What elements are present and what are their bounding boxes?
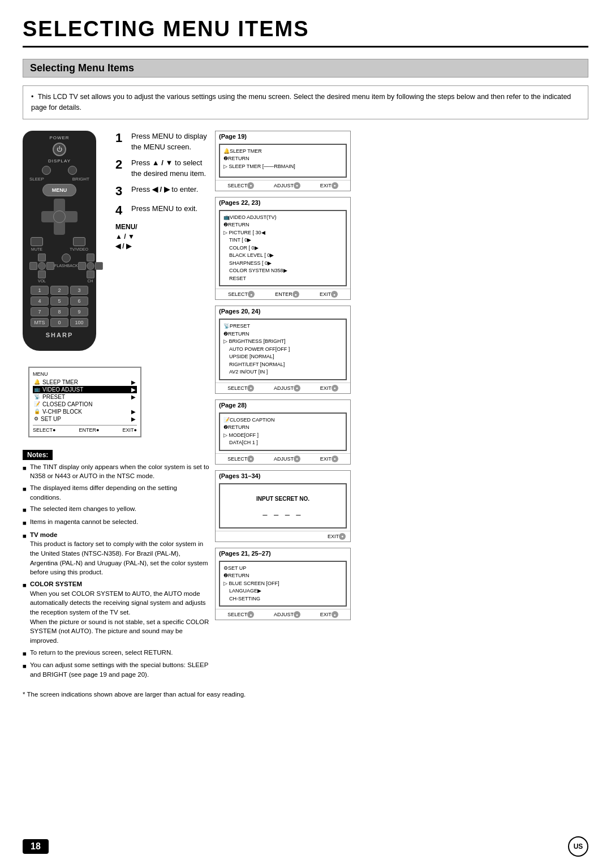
- p3-adjust: ADJUST●: [274, 385, 300, 392]
- p1-select-circle: ●: [247, 182, 254, 189]
- remote-ch-up[interactable]: [87, 253, 94, 261]
- remote-mute-btn[interactable]: [31, 237, 43, 246]
- step-2-text: Press ▲ / ▼ to select the desired menu i…: [131, 157, 209, 179]
- remote-bright-btn[interactable]: [68, 166, 77, 175]
- p3-exit-circle: ●: [332, 385, 338, 392]
- p6-line-4: LANGUAGE▶: [223, 587, 342, 595]
- menu-item-sleep: 🔔 SLEEP TMER ▶: [33, 379, 137, 386]
- note-3: ■ The selected item changes to yellow.: [23, 504, 209, 515]
- panel-2-title: (Pages 22, 23): [216, 197, 350, 208]
- remote-vol-up[interactable]: [38, 253, 46, 261]
- sharp-logo: SHARP: [27, 332, 92, 338]
- panel-5-secret-screen: INPUT SECRET NO. _ _ _ _: [219, 483, 347, 528]
- panel-4-screen: 📝CLOSED CAPTION ❷RETURN ▷ MODE[OFF ] DAT…: [219, 412, 347, 451]
- step-3: 3 Press ◀ / ▶ to enter.: [115, 184, 209, 199]
- note-3-text: The selected item changes to yellow.: [30, 504, 136, 514]
- intro-bullet: •: [31, 92, 33, 102]
- panel-3-title: (Pages 20, 24): [216, 306, 350, 316]
- p4-exit-circle: ●: [332, 456, 338, 462]
- remote-vol-left[interactable]: [29, 262, 37, 270]
- note-7: ■ To return to the previous screen, sele…: [23, 648, 209, 659]
- p2-exit-circle: ●: [331, 291, 338, 298]
- remote-tvvideo-btn[interactable]: [73, 237, 85, 246]
- page-container: SELECTING MENU ITEMS Selecting Menu Item…: [0, 0, 611, 720]
- remote-ch-down[interactable]: [87, 270, 94, 278]
- section-heading: Selecting Menu Items: [23, 59, 588, 78]
- remote-vol-down[interactable]: [38, 270, 46, 278]
- remote-sleep-btn[interactable]: [42, 166, 51, 175]
- us-badge: US: [568, 836, 588, 857]
- remote-menu-btn[interactable]: MENU: [42, 184, 76, 196]
- p1-line-3: ▷ SLEEP TMER [——RBMAIN]: [223, 163, 342, 171]
- step-2-num: 2: [115, 157, 127, 172]
- remote-btn-6[interactable]: 6: [70, 297, 88, 306]
- p2-line-4: TINT [ 0▶: [223, 237, 342, 244]
- remote-btn-3[interactable]: 3: [70, 286, 88, 295]
- p1-adjust-circle: ●: [294, 182, 300, 189]
- panel-6-screen: ⚙SET UP ❷RETURN ▷ BLUE SCREEN [OFF] LANG…: [219, 561, 347, 607]
- middle-section: POWER ⏻ DISPLAY SLEEP BRIGHT: [23, 131, 588, 682]
- panel-1: (Page 19) 🔔SLEEP TMER ❷RETURN ▷ SLEEP TM…: [215, 131, 351, 191]
- bright-label: BRIGHT: [72, 177, 89, 182]
- remote-wrapper: POWER ⏻ DISPLAY SLEEP BRIGHT: [23, 131, 102, 351]
- p6-exit-circle: ●: [332, 611, 338, 618]
- p1-line-2: ❷RETURN: [223, 155, 342, 163]
- secret-dashes: _ _ _ _: [263, 506, 303, 515]
- intro-box: • This LCD TV set allows you to adjust t…: [23, 85, 588, 119]
- remote-btn-2[interactable]: 2: [50, 286, 68, 295]
- remote-cross-center[interactable]: [53, 210, 66, 223]
- p6-select-circle: ●: [247, 611, 254, 618]
- remote-btn-8[interactable]: 8: [50, 307, 68, 316]
- remote-vol-center[interactable]: [38, 262, 46, 270]
- p1-exit-circle: ●: [332, 182, 338, 189]
- remote-ch-center[interactable]: [87, 262, 94, 270]
- panel-6: (Pages 21, 25–27) ⚙SET UP ❷RETURN ▷ BLUE…: [215, 548, 351, 621]
- panel-3-screen: 📡PRESET ❷RETURN ▷ BRIGHTNESS [BRIGHT] AU…: [219, 319, 347, 380]
- p2-line-6: BLACK LEVEL [ 0▶: [223, 252, 342, 260]
- p1-adjust: ADJUST●: [274, 182, 300, 189]
- menu-item-video: 📺 VIDEO ADJUST ▶: [33, 386, 137, 393]
- panel-4: (Page 28) 📝CLOSED CAPTION ❷RETURN ▷ MODE…: [215, 399, 351, 465]
- panel-2: (Pages 22, 23) 📺VIDEO ADJUST(TV) ❷RETURN…: [215, 197, 351, 300]
- p3-select: SELECT●: [227, 385, 254, 392]
- remote-ch-left[interactable]: [78, 262, 86, 270]
- remote-power-btn[interactable]: ⏻: [53, 143, 66, 156]
- note-2-text: The displayed items differ depending on …: [30, 483, 209, 502]
- p2-line-3: ▷ PICTURE [ 30◀: [223, 229, 342, 237]
- note-4-bullet: ■: [23, 518, 27, 528]
- remote-btn-100[interactable]: 100: [70, 318, 88, 327]
- p2-select-circle: ●: [248, 291, 255, 298]
- remote-btn-1[interactable]: 1: [31, 286, 49, 295]
- p6-select: SELECT●: [227, 611, 254, 618]
- remote-btn-5[interactable]: 5: [50, 297, 68, 306]
- mute-label: MUTE: [31, 247, 42, 251]
- note-5: ■ TV modeThis product is factory set to …: [23, 530, 209, 577]
- remote-vol-right[interactable]: [46, 262, 54, 270]
- note-6-bullet: ■: [23, 581, 27, 590]
- notes-box: Notes: ■ The TINT display only appears w…: [23, 450, 209, 682]
- remote-btn-mts[interactable]: MTS: [31, 318, 49, 327]
- sleep-icon: 🔔: [34, 379, 40, 385]
- p3-line-4: AUTO POWER OFF[OFF ]: [223, 346, 342, 354]
- setup-arrow: ▶: [131, 416, 136, 422]
- remote-btn-4[interactable]: 4: [31, 297, 49, 306]
- remote-btn-7[interactable]: 7: [31, 307, 49, 316]
- remote-btn-0[interactable]: 0: [50, 318, 68, 327]
- remote-btn-9[interactable]: 9: [70, 307, 88, 316]
- bottom-note: * The screen indications shown above are…: [23, 691, 588, 698]
- note-8: ■ You can adjust some settings with the …: [23, 660, 209, 679]
- note-5-text: TV modeThis product is factory set to co…: [30, 530, 209, 577]
- remote-flashback-btn[interactable]: [62, 253, 71, 263]
- panel-1-screen: 🔔SLEEP TMER ❷RETURN ▷ SLEEP TMER [——RBMA…: [219, 144, 347, 178]
- remote-and-label: POWER ⏻ DISPLAY SLEEP BRIGHT: [23, 131, 209, 355]
- remote-ch-right[interactable]: [95, 262, 103, 270]
- menu-screen-mockup: MENU 🔔 SLEEP TMER ▶ 📺 VIDEO ADJUST ▶ 📡 P…: [28, 361, 209, 443]
- p3-adjust-circle: ●: [294, 385, 300, 392]
- note-2-bullet: ■: [23, 484, 27, 494]
- main-title: SELECTING MENU ITEMS: [23, 17, 588, 48]
- panel-3: (Pages 20, 24) 📡PRESET ❷RETURN ▷ BRIGHTN…: [215, 306, 351, 394]
- exit-btn: EXIT●: [123, 427, 137, 433]
- p4-line-1: 📝CLOSED CAPTION: [223, 416, 342, 424]
- step-3-text: Press ◀ / ▶ to enter.: [131, 184, 198, 195]
- select-btn: SELECT●: [33, 427, 55, 433]
